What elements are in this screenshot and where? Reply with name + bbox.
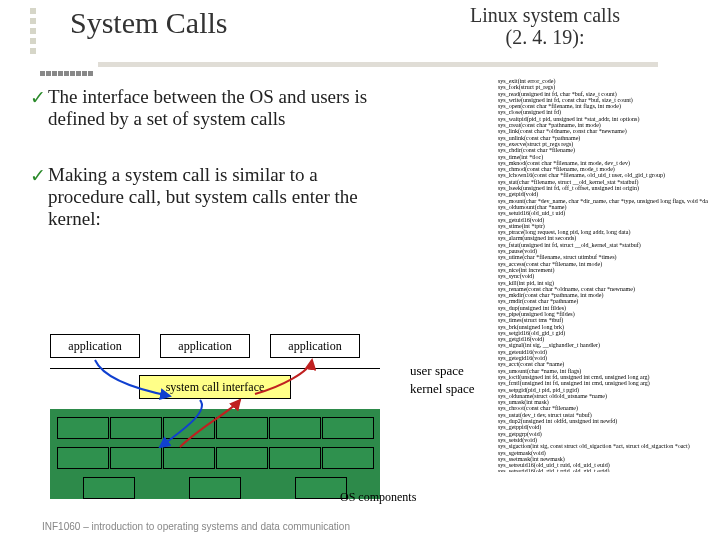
os-block — [163, 417, 215, 439]
space-divider — [50, 368, 380, 369]
divider-dots — [40, 62, 680, 68]
os-block — [110, 447, 162, 469]
check-icon: ✓ — [30, 164, 48, 187]
subtitle-line1: Linux system calls — [470, 4, 620, 26]
application-row: application application application — [50, 334, 420, 358]
bullet-1-text: The interface between the OS and users i… — [48, 86, 398, 130]
footer-text: INF1060 – introduction to operating syst… — [42, 521, 350, 532]
os-block — [110, 417, 162, 439]
os-block — [322, 417, 374, 439]
app-box-1: application — [50, 334, 140, 358]
user-space-label: user space — [410, 362, 475, 380]
os-label: OS components — [340, 490, 416, 505]
os-block — [322, 447, 374, 469]
subtitle-line2: (2. 4. 19): — [506, 26, 585, 48]
os-block — [216, 447, 268, 469]
slide-header: System Calls Linux system calls (2. 4. 1… — [0, 0, 720, 70]
os-block — [189, 477, 241, 499]
os-block — [57, 447, 109, 469]
os-block — [57, 417, 109, 439]
syscall-diagram: application application application syst… — [50, 334, 420, 499]
os-block — [83, 477, 135, 499]
bullet-2: ✓Making a system call is similar to a pr… — [30, 164, 410, 230]
page-title: System Calls — [70, 6, 228, 40]
kernel-space-label: kernel space — [410, 380, 475, 398]
space-labels: user space kernel space — [410, 362, 475, 398]
os-components-box — [50, 409, 380, 499]
sci-row: system call interface — [50, 375, 380, 399]
app-box-2: application — [160, 334, 250, 358]
os-block — [269, 447, 321, 469]
bullet-2-text: Making a system call is similar to a pro… — [48, 164, 398, 230]
bullet-list: ✓The interface between the OS and users … — [30, 86, 410, 264]
bullet-1: ✓The interface between the OS and users … — [30, 86, 410, 130]
os-block — [216, 417, 268, 439]
sci-box: system call interface — [139, 375, 291, 399]
os-block — [163, 447, 215, 469]
page-subtitle: Linux system calls (2. 4. 19): — [470, 4, 620, 48]
check-icon: ✓ — [30, 86, 48, 109]
syscall-list: sys_exit(int error_code) sys_fork(struct… — [498, 78, 708, 472]
os-block — [269, 417, 321, 439]
app-box-3: application — [270, 334, 360, 358]
